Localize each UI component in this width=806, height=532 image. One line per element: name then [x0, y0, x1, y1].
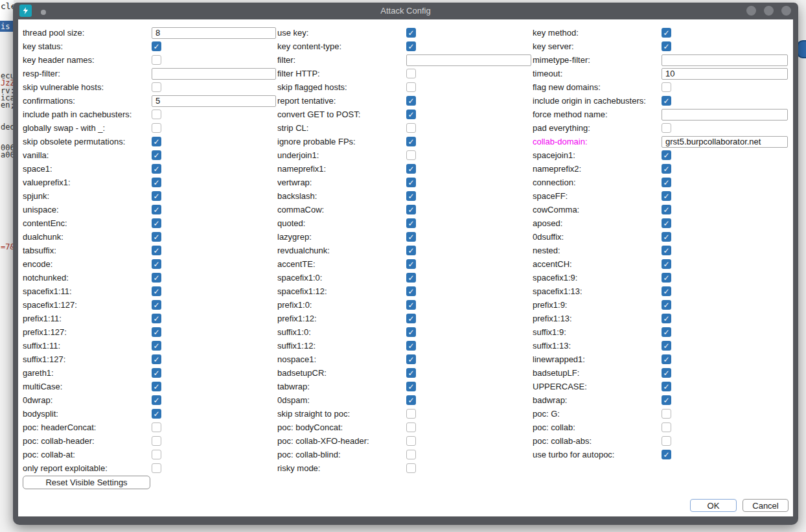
checkbox-spacefix1-127[interactable]: ✓: [152, 300, 161, 310]
checkbox-spacefix1-13[interactable]: ✓: [662, 286, 671, 296]
checkbox-suffix1-0[interactable]: ✓: [406, 327, 416, 337]
checkbox-spacefix1-9[interactable]: ✓: [662, 273, 671, 283]
checkbox-poc-collab-blind[interactable]: [406, 450, 416, 459]
checkbox-prefix1-12[interactable]: ✓: [406, 314, 416, 323]
checkbox-suffix1-9[interactable]: ✓: [662, 327, 671, 337]
checkbox-key-status[interactable]: ✓: [152, 41, 161, 51]
checkbox-spacefix1-0[interactable]: ✓: [406, 273, 416, 283]
checkbox-prefix1-11[interactable]: ✓: [152, 314, 161, 323]
checkbox-use-turbo-for-autopoc[interactable]: ✓: [662, 450, 671, 459]
input-collab-domain[interactable]: [662, 136, 788, 148]
checkbox-skip-obsolete-permutations[interactable]: ✓: [152, 137, 161, 146]
checkbox-spacefix1-11[interactable]: ✓: [152, 286, 161, 296]
checkbox-uppercase[interactable]: ✓: [662, 382, 671, 391]
checkbox-linewrapped1[interactable]: ✓: [662, 354, 671, 364]
checkbox-suffix1-12[interactable]: ✓: [406, 341, 416, 351]
input-thread-pool-size[interactable]: [152, 27, 276, 39]
checkbox-accentch[interactable]: ✓: [662, 259, 671, 269]
checkbox-multicase[interactable]: ✓: [152, 382, 161, 391]
checkbox-notchunked[interactable]: ✓: [152, 273, 161, 283]
checkbox-connection[interactable]: ✓: [662, 178, 671, 187]
checkbox-only-report-exploitable[interactable]: [152, 463, 161, 473]
checkbox-badsetupcr[interactable]: ✓: [406, 368, 416, 378]
checkbox-filter-http[interactable]: [406, 69, 416, 78]
checkbox-globally-swap-with[interactable]: [152, 123, 161, 133]
window-button-minimize[interactable]: [746, 6, 756, 16]
checkbox-suffix1-11[interactable]: ✓: [152, 341, 161, 351]
checkbox-cowcomma[interactable]: ✓: [662, 205, 671, 214]
checkbox-suffix1-13[interactable]: ✓: [662, 341, 671, 351]
checkbox-skip-straight-to-poc[interactable]: [406, 409, 416, 419]
checkbox-poc-collab[interactable]: [662, 422, 671, 432]
checkbox-tabwrap[interactable]: ✓: [406, 382, 416, 391]
checkbox-0dwrap[interactable]: ✓: [152, 395, 161, 405]
checkbox-commacow[interactable]: ✓: [406, 205, 416, 214]
checkbox-poc-collab-header[interactable]: [152, 436, 161, 446]
checkbox-0dspam[interactable]: ✓: [406, 395, 416, 405]
checkbox-flag-new-domains[interactable]: [662, 82, 671, 92]
checkbox-spacefix1-12[interactable]: ✓: [406, 286, 416, 296]
input-resp-filter[interactable]: [152, 68, 276, 80]
checkbox-spacejoin1[interactable]: ✓: [662, 150, 671, 160]
checkbox-tabsuffix[interactable]: ✓: [152, 246, 161, 255]
ok-button[interactable]: OK: [690, 499, 737, 512]
checkbox-skip-flagged-hosts[interactable]: [406, 82, 416, 92]
checkbox-poc-bodyconcat[interactable]: [406, 422, 416, 432]
checkbox-badsetuplf[interactable]: ✓: [662, 368, 671, 378]
checkbox-bodysplit[interactable]: ✓: [152, 409, 161, 419]
checkbox-poc-collab-xfo-header[interactable]: [406, 436, 416, 446]
checkbox-poc-g[interactable]: [662, 409, 671, 419]
checkbox-underjoin1[interactable]: [406, 150, 416, 160]
input-mimetype-filter[interactable]: [662, 54, 788, 66]
checkbox-prefix1-9[interactable]: ✓: [662, 300, 671, 310]
checkbox-poc-collab-abs[interactable]: [662, 436, 671, 446]
input-filter[interactable]: [406, 54, 531, 66]
checkbox-valueprefix1[interactable]: ✓: [152, 178, 161, 187]
input-confirmations[interactable]: [152, 95, 276, 107]
checkbox-nameprefix1[interactable]: ✓: [406, 164, 416, 174]
checkbox-poc-collab-at[interactable]: [152, 450, 161, 459]
checkbox-space1[interactable]: ✓: [152, 164, 161, 174]
checkbox-key-header-names[interactable]: [152, 55, 161, 65]
checkbox-vanilla[interactable]: ✓: [152, 150, 161, 160]
checkbox-prefix1-0[interactable]: ✓: [406, 300, 416, 310]
checkbox-skip-vulnerable-hosts[interactable]: [152, 82, 161, 92]
checkbox-include-path-in-cachebusters[interactable]: [152, 110, 161, 119]
checkbox-include-origin-in-cachebusters[interactable]: ✓: [662, 96, 671, 106]
window-button-maximize[interactable]: [764, 6, 774, 16]
checkbox-contentenc[interactable]: ✓: [152, 218, 161, 228]
checkbox-key-content-type[interactable]: ✓: [406, 41, 416, 51]
window-button-close[interactable]: [781, 6, 791, 16]
checkbox-aposed[interactable]: ✓: [662, 218, 671, 228]
checkbox-revdualchunk[interactable]: ✓: [406, 246, 416, 255]
checkbox-vertwrap[interactable]: ✓: [406, 178, 416, 187]
checkbox-quoted[interactable]: ✓: [406, 218, 416, 228]
checkbox-risky-mode[interactable]: [406, 463, 416, 473]
checkbox-encode[interactable]: ✓: [152, 259, 161, 269]
checkbox-convert-get-to-post[interactable]: ✓: [406, 110, 416, 119]
checkbox-nospace1[interactable]: ✓: [406, 354, 416, 364]
checkbox-nested[interactable]: ✓: [662, 246, 671, 255]
checkbox-key-method[interactable]: ✓: [662, 28, 671, 38]
checkbox-nameprefix2[interactable]: ✓: [662, 164, 671, 174]
checkbox-gareth1[interactable]: ✓: [152, 368, 161, 378]
checkbox-prefix1-13[interactable]: ✓: [662, 314, 671, 323]
checkbox-backslash[interactable]: ✓: [406, 191, 416, 201]
checkbox-spjunk[interactable]: ✓: [152, 191, 161, 201]
checkbox-suffix1-127[interactable]: ✓: [152, 354, 161, 364]
input-force-method-name[interactable]: [662, 109, 788, 121]
checkbox-lazygrep[interactable]: ✓: [406, 232, 416, 242]
checkbox-unispace[interactable]: ✓: [152, 205, 161, 214]
checkbox-0dsuffix[interactable]: ✓: [662, 232, 671, 242]
checkbox-report-tentative[interactable]: ✓: [406, 96, 416, 106]
checkbox-prefix1-127[interactable]: ✓: [152, 327, 161, 337]
checkbox-key-server[interactable]: ✓: [662, 41, 671, 51]
input-timeout[interactable]: [662, 68, 788, 80]
checkbox-accentte[interactable]: ✓: [406, 259, 416, 269]
checkbox-use-key[interactable]: ✓: [406, 28, 416, 38]
checkbox-spaceff[interactable]: ✓: [662, 191, 671, 201]
cancel-button[interactable]: Cancel: [743, 499, 789, 512]
checkbox-strip-cl[interactable]: [406, 123, 416, 133]
checkbox-poc-headerconcat[interactable]: [152, 422, 161, 432]
checkbox-pad-everything[interactable]: [662, 123, 671, 133]
